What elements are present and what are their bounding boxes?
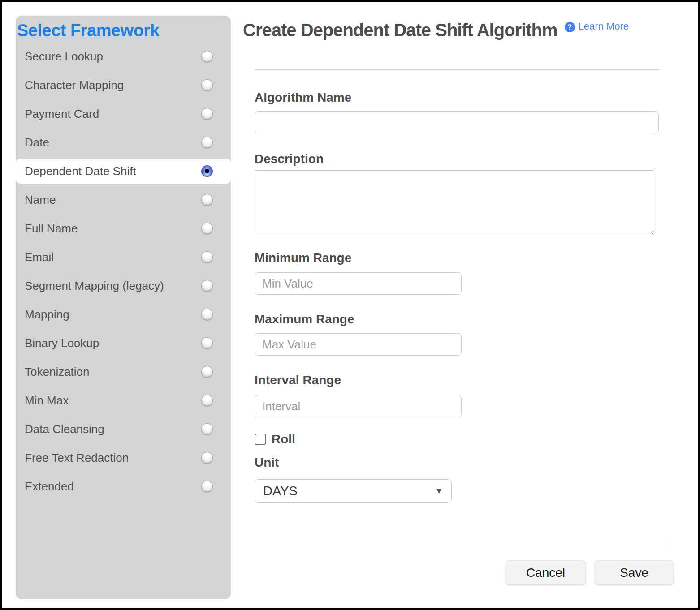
radio-icon[interactable]	[201, 280, 213, 292]
interval-input[interactable]	[255, 395, 462, 417]
description-textarea[interactable]	[255, 170, 654, 235]
save-button[interactable]: Save	[595, 560, 674, 585]
framework-list: Secure LookupCharacter MappingPayment Ca…	[16, 42, 231, 501]
radio-icon[interactable]	[201, 79, 213, 91]
algorithm-name-label: Algorithm Name	[255, 90, 674, 105]
sidebar-item-label: Date	[25, 136, 49, 150]
sidebar-item-label: Data Cleansing	[25, 422, 104, 436]
sidebar-item-payment-card[interactable]: Payment Card	[16, 99, 231, 128]
sidebar-item-label: Dependent Date Shift	[25, 164, 136, 178]
sidebar-item-tokenization[interactable]: Tokenization	[16, 357, 231, 386]
sidebar-item-label: Payment Card	[25, 107, 99, 121]
sidebar-item-label: Free Text Redaction	[25, 451, 129, 465]
max-value-input[interactable]	[255, 333, 462, 356]
learn-more-link[interactable]: ?Learn More	[565, 21, 629, 32]
radio-icon[interactable]	[201, 366, 213, 378]
sidebar-item-dependent-date-shift[interactable]: Dependent Date Shift	[16, 159, 231, 184]
sidebar-item-label: Binary Lookup	[25, 336, 99, 350]
sidebar-item-label: Segment Mapping (legacy)	[25, 279, 164, 293]
sidebar-item-label: Character Mapping	[25, 78, 124, 92]
radio-icon[interactable]	[201, 223, 213, 234]
roll-checkbox[interactable]	[255, 434, 266, 445]
sidebar-item-data-cleansing[interactable]: Data Cleansing	[16, 415, 231, 443]
sidebar-item-label: Min Max	[25, 394, 69, 408]
unit-label: Unit	[255, 455, 674, 470]
sidebar-item-email[interactable]: Email	[16, 243, 231, 271]
min-value-input[interactable]	[255, 272, 462, 295]
radio-icon[interactable]	[201, 452, 213, 464]
radio-icon[interactable]	[201, 137, 213, 148]
sidebar-item-label: Tokenization	[25, 365, 90, 379]
maximum-range-label: Maximum Range	[255, 312, 674, 327]
radio-icon[interactable]	[201, 395, 213, 406]
action-buttons: Cancel Save	[241, 560, 674, 585]
sidebar-item-label: Full Name	[25, 222, 78, 236]
sidebar-item-full-name[interactable]: Full Name	[16, 214, 231, 243]
radio-icon[interactable]	[201, 423, 213, 435]
radio-icon[interactable]	[201, 51, 213, 62]
radio-icon[interactable]	[201, 309, 213, 320]
create-algorithm-dialog: Select Framework Secure LookupCharacter …	[0, 0, 700, 610]
help-icon[interactable]: ?	[565, 22, 575, 32]
header-divider	[255, 69, 659, 70]
framework-sidebar: Select Framework Secure LookupCharacter …	[16, 16, 231, 599]
sidebar-item-min-max[interactable]: Min Max	[16, 386, 231, 415]
sidebar-item-label: Secure Lookup	[25, 50, 103, 64]
algorithm-name-input[interactable]	[255, 111, 659, 133]
sidebar-item-secure-lookup[interactable]: Secure Lookup	[16, 42, 231, 71]
footer-divider	[241, 542, 671, 542]
minimum-range-label: Minimum Range	[255, 250, 674, 266]
roll-label: Roll	[272, 432, 295, 447]
sidebar-item-label: Email	[25, 250, 54, 264]
radio-selected-icon[interactable]	[201, 165, 213, 177]
cancel-button[interactable]: Cancel	[506, 560, 586, 585]
unit-select[interactable]: DAYS ▼	[255, 479, 452, 503]
sidebar-item-segment-mapping-legacy[interactable]: Segment Mapping (legacy)	[16, 271, 231, 300]
radio-icon[interactable]	[201, 337, 213, 349]
page-title-text: Create Dependent Date Shift Algorithm	[243, 20, 557, 40]
main-panel: Create Dependent Date Shift Algorithm?Le…	[241, 16, 674, 585]
page-title: Create Dependent Date Shift Algorithm?Le…	[241, 16, 674, 41]
radio-icon[interactable]	[201, 194, 213, 206]
sidebar-item-character-mapping[interactable]: Character Mapping	[16, 71, 231, 99]
interval-range-label: Interval Range	[255, 373, 674, 388]
description-label: Description	[255, 151, 674, 167]
sidebar-item-date[interactable]: Date	[16, 128, 231, 157]
chevron-down-icon: ▼	[435, 486, 443, 496]
sidebar-item-binary-lookup[interactable]: Binary Lookup	[16, 329, 231, 357]
radio-icon[interactable]	[201, 481, 213, 492]
radio-icon[interactable]	[201, 108, 213, 120]
sidebar-item-free-text-redaction[interactable]: Free Text Redaction	[16, 443, 231, 472]
sidebar-item-label: Extended	[25, 480, 74, 494]
sidebar-item-label: Mapping	[25, 308, 69, 322]
sidebar-item-name[interactable]: Name	[16, 185, 231, 214]
sidebar-item-mapping[interactable]: Mapping	[16, 300, 231, 329]
roll-row: Roll	[255, 433, 674, 446]
sidebar-title: Select Framework	[16, 16, 231, 41]
radio-icon[interactable]	[201, 251, 213, 263]
unit-selected-value: DAYS	[263, 484, 298, 498]
sidebar-item-label: Name	[25, 193, 56, 207]
learn-more-label: Learn More	[579, 21, 629, 32]
sidebar-item-extended[interactable]: Extended	[16, 472, 231, 501]
